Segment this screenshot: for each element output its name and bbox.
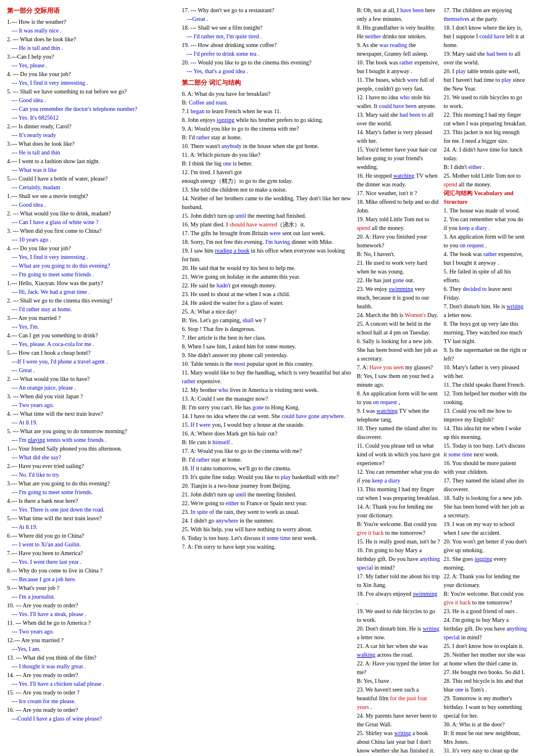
list-item: B: You're welcome. But could you give it… — [357, 520, 441, 537]
list-item: 4.--- Can I get you something to drink? — [7, 331, 177, 340]
list-item: 7. A: I'm sorry to have kept you waiting… — [182, 542, 352, 551]
list-item: --- Yes, that's a good idea . — [186, 67, 352, 75]
list-item: --- Can you remember the doctor's teleph… — [12, 105, 177, 113]
list-item: --- He is tall and thin — [12, 148, 177, 157]
list-item: 12. My brother who lives in America is v… — [182, 386, 352, 394]
list-item: ---Yes, I am. — [12, 645, 177, 653]
list-item: 23. In spite of the rain, they went to w… — [182, 507, 352, 516]
list-item: 29. Tomorrow is my mother's birthday. I … — [443, 694, 527, 720]
list-item: 17. A: Would you like to go to the cinem… — [182, 447, 352, 455]
list-item: 1.--- Shall we see a movie tonight? — [7, 192, 177, 200]
list-item: --- Yes, please. A coca-cola for me . — [12, 340, 177, 348]
col2-top-entries: 17. --- Why don't we go to a restaurant?… — [182, 6, 352, 75]
list-item: --- I'm going to meet some friends. — [12, 488, 177, 496]
list-item: 21. A car hit her when she was walking a… — [357, 642, 441, 659]
list-item: 12. I'm tired. I haven't got — [182, 168, 352, 177]
column-1: 第一部分 交际用语 1.--- How is the weather?--- I… — [7, 6, 177, 756]
list-item: --- Certainly, madam — [12, 183, 177, 192]
list-item: 3. An application form will be sent to y… — [443, 232, 527, 250]
list-item: 5. --- What are you going to do tomorrow… — [7, 427, 177, 435]
list-item: 19. It's quite fine today. Would you lik… — [182, 473, 352, 481]
list-item: 10. Mary's father is very pleased with h… — [443, 363, 527, 380]
list-item: 5. --- Shall we have something to eat be… — [7, 87, 177, 96]
list-item: 20. I play table tennis quite well, but … — [443, 67, 527, 93]
col3-left: B: Oh, not at all, I have been here only… — [357, 6, 441, 756]
list-item: 2. --- What does he look like? — [7, 35, 177, 44]
list-item: 6. Sally is looking for a new job. She h… — [357, 337, 441, 363]
list-item: 18. If it rains tomorrow, we'll go to th… — [182, 464, 352, 473]
list-item: B: I think the big one is better. — [182, 159, 352, 168]
list-item: 11. Could you please tell us what kind o… — [357, 441, 441, 467]
list-item: 7. A: Have you seen my glasses? — [357, 363, 441, 372]
list-item: 23. This jacket is not big enough for me… — [443, 128, 527, 145]
list-item: 19. We used to ride bicycles to go to wo… — [357, 607, 441, 624]
list-item: 6. They decided to leave next Friday. — [443, 285, 527, 302]
list-item: 2. --- Shall we go to the cinema this ev… — [7, 296, 177, 305]
list-item: 1.--- Your friend Sally phoned you this … — [7, 444, 177, 453]
list-item: 4. The book was rather expensive, but I … — [443, 250, 527, 267]
list-item: 2.--- Is dinner ready, Carol? — [7, 122, 177, 131]
list-item: ---If I were you, I'd phone a travel age… — [12, 357, 177, 366]
list-item: --- I'm playing tennis with some friends… — [12, 435, 177, 444]
list-item: 24. He asked the waiter for a glass of w… — [182, 298, 352, 307]
list-item: 21. We used to ride bicycles to go to wo… — [443, 93, 527, 110]
list-item: 3.--- What does he look like? — [7, 139, 177, 148]
list-item: 16. You should be more patient with your… — [443, 459, 527, 476]
list-item: ---Could I have a glass of wine please? — [12, 714, 177, 723]
list-item: B: Yes. Let's go camping, shall we ? — [182, 316, 352, 325]
list-item: 12.--- Are you married ? — [7, 636, 177, 645]
list-item: 23. We haven't seen such a beautiful fil… — [357, 685, 441, 711]
section1-header: 第一部分 交际用语 — [7, 6, 177, 16]
list-item: 7.1 began to learn French when he was 11… — [182, 107, 352, 116]
section2-header: 第二部分 词汇与结构 — [182, 78, 352, 88]
list-item: 24. March the 8th is Women's Day. — [357, 311, 441, 319]
list-item: 20. You won't get better if you don't gi… — [443, 537, 527, 555]
list-item: 5.--- Could I have a bottle of water, pl… — [7, 174, 177, 183]
list-item: 4. --- Do you like your job? — [7, 70, 177, 78]
list-item: 20. A: Have you finished your homework? — [357, 232, 441, 250]
list-item: 24. I didn't go anywhere in the summer. — [182, 516, 352, 525]
list-item: --- Yes. I went there last year . — [12, 557, 177, 566]
list-item: --- At 8.19. — [12, 523, 177, 531]
list-item: 3. --- When did you visit Japan ? — [7, 392, 177, 401]
list-item: 25. I don't know how to explain it. — [443, 642, 527, 650]
list-item: --- I went to Xi'an and Guilin. — [12, 540, 177, 549]
list-item: 17. Nice weather, isn't it ? — [357, 189, 441, 197]
list-item: 18. Sorry, I'm not free this evening. I'… — [182, 237, 352, 246]
list-item: --- What did she say? — [12, 453, 177, 462]
list-item: 16. I'm going to buy Mary a birthday gif… — [357, 546, 441, 572]
page-container: 第一部分 交际用语 1.--- How is the weather?--- I… — [7, 6, 527, 756]
list-item: 3.---Can I help you? — [7, 52, 177, 61]
list-item: 23. We enjoy swimming very much, because… — [357, 285, 441, 311]
list-item: 13. Mary said she had been to all over t… — [357, 110, 441, 128]
list-item: 23. He is a good friend of ours . — [443, 607, 527, 615]
list-item: 10. --- Are you ready to order? — [7, 601, 177, 610]
list-item: 9. As she was reading the newspaper, Gra… — [357, 41, 441, 58]
list-item: 22. This morning I had my finger cut whe… — [443, 110, 527, 128]
list-item: 15. You'd better have your hair cut befo… — [357, 145, 441, 171]
list-item: 1.--- How is the weather? — [7, 17, 177, 26]
list-item: 16. He stopped watching TV when the dinn… — [357, 171, 441, 189]
list-item: --- Two years ago. — [12, 627, 177, 636]
list-item: 19. I was on my way to school when I saw… — [443, 520, 527, 537]
list-item: 31. It's very easy to clean up the room.… — [443, 746, 527, 756]
list-item: 18. I've always enjoyed swimming . — [357, 589, 441, 607]
list-item: 22. He has just gone out. — [357, 276, 441, 285]
list-item: 11. The child speaks fluent French. — [443, 380, 527, 389]
col3-right: 17. The children are enjoying themselves… — [443, 6, 527, 756]
list-item: 9. I was watching TV when the telephone … — [357, 406, 441, 424]
list-item: B: Coffee and toast. — [182, 98, 352, 107]
list-item: 21. We're going on holiday in the autumn… — [182, 272, 352, 281]
list-item: 3. --- When did you first come to China? — [7, 226, 177, 235]
list-item: 17. The gifts he brought from Britain we… — [182, 229, 352, 237]
list-item: --- Good idea . — [12, 96, 177, 105]
list-item: B: I'd rather stay at home. — [182, 455, 352, 464]
list-item: 20. --- Would you like to go to the cine… — [182, 58, 352, 67]
list-item: B: No, I haven't. — [357, 250, 441, 258]
list-item: 9. A: Would you like to go to the cinema… — [182, 124, 352, 133]
list-item: 2.--- Have you ever tried sailing? — [7, 462, 177, 470]
list-item: 12. I have no idea who stole his wallet.… — [357, 93, 441, 110]
list-item: 19. Mary said she had been to all over t… — [443, 49, 527, 67]
list-item: 5.--- What time will the next train leav… — [7, 514, 177, 523]
list-item: 3.--- What are you going to do this even… — [7, 479, 177, 488]
